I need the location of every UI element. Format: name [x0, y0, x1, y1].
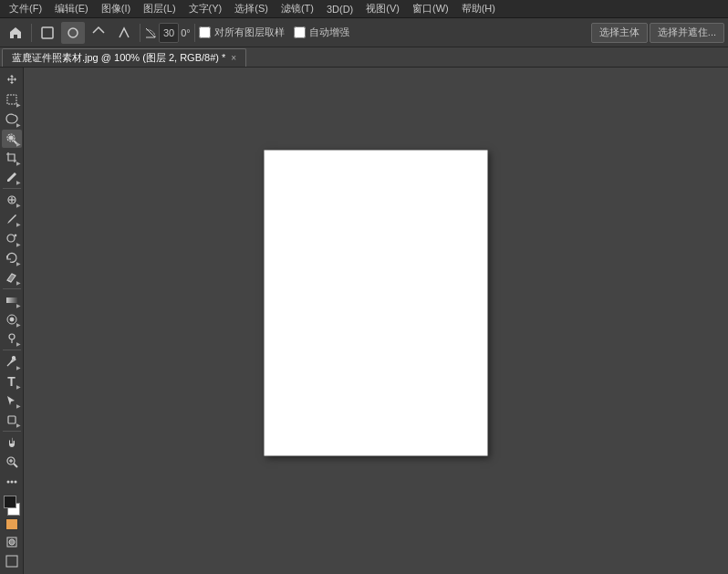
tool-spot-heal[interactable]: ▶: [2, 191, 22, 209]
tool-arrow-shape: ▶: [16, 422, 21, 428]
menu-type[interactable]: 文字(Y): [183, 1, 228, 16]
left-toolbar-separator-4: [3, 431, 21, 432]
select-subject-button[interactable]: 选择主体: [591, 23, 648, 43]
tool-eyedropper[interactable]: ▶: [2, 168, 22, 186]
tool-dodge[interactable]: ▶: [2, 329, 22, 348]
tool-zoom[interactable]: [2, 453, 22, 471]
document-tab[interactable]: 蓝鹿证件照素材.jpg @ 100% (图层 2, RGB/8#) * ×: [2, 48, 246, 67]
all-layers-checkbox[interactable]: [199, 26, 211, 38]
tool-lasso[interactable]: ▶: [2, 110, 22, 128]
menu-help[interactable]: 帮助(H): [456, 1, 501, 16]
tab-close-button[interactable]: ×: [231, 53, 236, 63]
separator-3: [194, 24, 195, 42]
color-swatches: [2, 496, 22, 516]
left-toolbar-separator-3: [3, 350, 21, 350]
tool-arrow-blur: ▶: [16, 321, 21, 328]
svg-point-1: [68, 28, 78, 37]
left-toolbar: ▶ ▶ ▶ ▶: [0, 68, 24, 574]
tool-arrow-marquee: ▶: [16, 101, 21, 108]
menu-select[interactable]: 选择(S): [229, 1, 274, 16]
svg-line-18: [14, 464, 17, 467]
svg-point-25: [9, 539, 15, 545]
tool-extra[interactable]: [2, 472, 22, 490]
select-and-mask-button[interactable]: 选择并遮住...: [650, 23, 724, 43]
svg-point-5: [9, 136, 13, 140]
toolbar: 30 0° 对所有图层取样 自动增强 选择主体 选择并遮住...: [0, 18, 728, 47]
tool-arrow-pen: ▶: [16, 364, 21, 370]
angle-dropdown[interactable]: 30: [159, 23, 179, 43]
tool-quick-select[interactable]: ▶: [2, 130, 22, 148]
left-toolbar-separator-2: [3, 288, 21, 289]
tool-text[interactable]: T ▶: [2, 372, 22, 391]
menu-view[interactable]: 视图(V): [360, 1, 405, 16]
tool-move[interactable]: [2, 71, 22, 89]
tool-brush[interactable]: ▶: [2, 210, 22, 228]
tool-shape[interactable]: ▶: [2, 411, 22, 429]
checkbox-auto-enhance[interactable]: 自动增强: [294, 26, 349, 39]
tool-gradient[interactable]: ▶: [2, 291, 22, 309]
tool-arrow-history: ▶: [16, 260, 21, 266]
menu-bar: 文件(F) 编辑(E) 图像(I) 图层(L) 文字(Y) 选择(S) 滤镜(T…: [0, 0, 728, 18]
tool-option-2[interactable]: [61, 22, 85, 44]
tool-screen-mode[interactable]: [2, 552, 22, 570]
menu-window[interactable]: 窗口(W): [407, 1, 454, 16]
tool-path-select[interactable]: ▶: [2, 391, 22, 410]
svg-rect-0: [42, 27, 53, 38]
auto-enhance-label: 自动增强: [309, 26, 349, 39]
svg-point-9: [7, 235, 15, 242]
angle-value: 30: [163, 27, 174, 38]
tool-arrow-brush: ▶: [16, 221, 21, 227]
all-layers-label: 对所有图层取样: [214, 26, 285, 39]
svg-rect-16: [8, 416, 16, 423]
foreground-color-indicator[interactable]: [5, 518, 18, 530]
tool-arrow-lasso: ▶: [16, 121, 21, 128]
tool-pen[interactable]: ▶: [2, 352, 22, 370]
tool-clone-stamp[interactable]: ▶: [2, 229, 22, 247]
home-button[interactable]: [4, 22, 27, 44]
separator-2: [140, 24, 140, 42]
tool-arrow-dodge: ▶: [16, 340, 21, 347]
tool-history-brush[interactable]: ▶: [2, 249, 22, 267]
tool-option-4[interactable]: [112, 22, 136, 44]
tool-arrow-text: ▶: [16, 383, 21, 390]
canvas-document: [265, 150, 488, 455]
tool-blur[interactable]: ▶: [2, 310, 22, 329]
svg-point-23: [14, 480, 16, 483]
tool-rectangular-marquee[interactable]: ▶: [2, 90, 22, 109]
canvas-area: [24, 68, 728, 574]
tool-hand[interactable]: [2, 433, 22, 452]
svg-point-14: [9, 334, 15, 339]
auto-enhance-checkbox[interactable]: [294, 26, 306, 38]
tool-eraser[interactable]: ▶: [2, 268, 22, 287]
tool-option-1[interactable]: [36, 22, 59, 44]
angle-icon: [144, 26, 157, 39]
tool-arrow-eraser: ▶: [16, 279, 21, 286]
tool-crop[interactable]: ▶: [2, 149, 22, 167]
menu-edit[interactable]: 编辑(E): [49, 1, 94, 16]
menu-file[interactable]: 文件(F): [4, 1, 47, 16]
tool-quick-mask[interactable]: [2, 533, 22, 551]
angle-unit: 0°: [181, 27, 191, 38]
tool-arrow-heal: ▶: [16, 202, 21, 208]
foreground-color-swatch[interactable]: [4, 496, 16, 508]
menu-filter[interactable]: 滤镜(T): [276, 1, 319, 16]
menu-image[interactable]: 图像(I): [96, 1, 136, 16]
separator-1: [31, 24, 32, 42]
tab-title: 蓝鹿证件照素材.jpg @ 100% (图层 2, RGB/8#) *: [12, 51, 225, 65]
svg-point-22: [10, 480, 13, 483]
text-tool-label: T: [7, 374, 16, 389]
tool-option-3[interactable]: [87, 22, 110, 44]
svg-rect-2: [7, 95, 16, 104]
menu-layer[interactable]: 图层(L): [138, 1, 181, 16]
main-area: ▶ ▶ ▶ ▶: [0, 68, 728, 574]
tool-arrow-path: ▶: [16, 402, 21, 409]
svg-point-21: [6, 480, 9, 483]
tool-arrow-crop: ▶: [16, 160, 21, 166]
tool-arrow-quick: ▶: [16, 141, 21, 147]
tool-arrow-eyedropper: ▶: [16, 179, 21, 185]
tab-bar: 蓝鹿证件照素材.jpg @ 100% (图层 2, RGB/8#) * ×: [0, 47, 728, 68]
tool-arrow-gradient: ▶: [16, 302, 21, 308]
checkbox-all-layers[interactable]: 对所有图层取样: [199, 26, 285, 39]
menu-3d[interactable]: 3D(D): [321, 3, 359, 16]
svg-point-15: [12, 357, 15, 360]
